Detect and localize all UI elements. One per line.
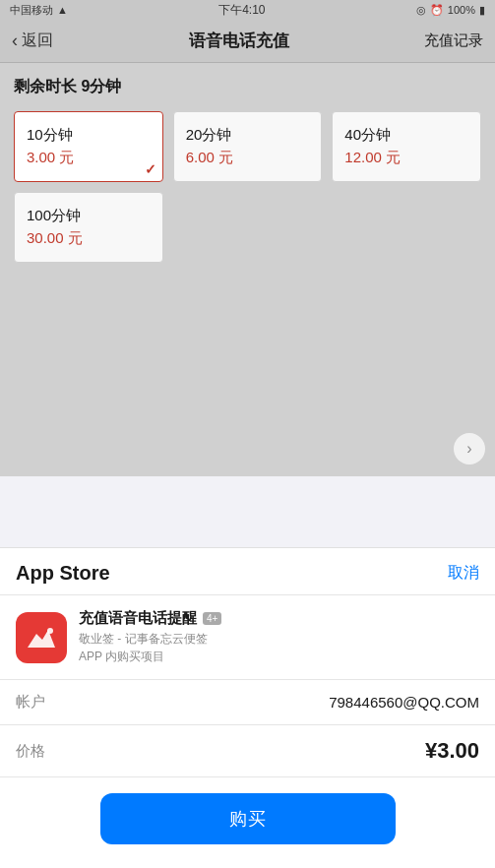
- next-button[interactable]: ›: [454, 433, 485, 465]
- buy-button[interactable]: 购买: [100, 793, 396, 844]
- package-minutes-100: 100分钟: [27, 207, 151, 225]
- package-price-40: 12.00 元: [344, 149, 468, 167]
- app-age-badge: 4+: [203, 612, 221, 625]
- status-right: ◎ ⏰ 100% ▮: [416, 4, 485, 17]
- account-row: 帐户 798446560@QQ.COM: [0, 680, 495, 725]
- alarm-icon: ⏰: [430, 4, 444, 17]
- location-icon: ◎: [416, 4, 426, 17]
- app-icon: [16, 612, 67, 663]
- package-price-20: 6.00 元: [186, 149, 310, 167]
- battery-label: 100%: [448, 4, 475, 16]
- account-value: 798446560@QQ.COM: [329, 694, 479, 711]
- package-item-40[interactable]: 40分钟 12.00 元: [332, 111, 481, 182]
- app-store-sheet: App Store 取消 充值语音电话提醒 4+ 敬业签 - 记事备忘云便签 A…: [0, 547, 495, 868]
- remaining-prefix: 剩余时长: [14, 78, 77, 94]
- price-label: 价格: [16, 742, 45, 761]
- buy-button-row: 购买: [0, 777, 495, 868]
- app-name-row: 充值语音电话提醒 4+: [79, 609, 479, 628]
- back-chevron-icon: ‹: [12, 31, 18, 51]
- app-sub-line2: APP 内购买项目: [79, 648, 479, 665]
- app-info-row: 充值语音电话提醒 4+ 敬业签 - 记事备忘云便签 APP 内购买项目: [0, 595, 495, 680]
- svg-point-1: [47, 628, 53, 634]
- nav-title: 语音电话充值: [189, 30, 289, 52]
- remaining-value: 9分钟: [81, 78, 121, 94]
- package-price-100: 30.00 元: [27, 229, 151, 248]
- package-minutes-40: 40分钟: [344, 126, 468, 145]
- chevron-right-icon: ›: [466, 440, 471, 458]
- package-price-10: 3.00 元: [27, 149, 151, 167]
- app-logo-icon: [24, 620, 59, 655]
- app-sub-line1: 敬业签 - 记事备忘云便签: [79, 630, 479, 648]
- main-area: 剩余时长 9分钟 10分钟 3.00 元 20分钟 6.00 元 40分钟 12…: [0, 63, 495, 476]
- wifi-icon: ▲: [57, 4, 68, 16]
- back-label: 返回: [22, 31, 53, 51]
- package-item-10[interactable]: 10分钟 3.00 元: [14, 111, 163, 182]
- package-item-100[interactable]: 100分钟 30.00 元: [14, 192, 163, 263]
- app-icon-inner: [16, 612, 67, 663]
- package-minutes-10: 10分钟: [27, 126, 151, 145]
- nav-right-button[interactable]: 充值记录: [424, 31, 483, 50]
- carrier-label: 中国移动: [10, 3, 53, 18]
- remaining-time: 剩余时长 9分钟: [14, 77, 481, 97]
- status-time: 下午4:10: [218, 2, 265, 19]
- price-row: 价格 ¥3.00: [0, 725, 495, 777]
- app-store-title: App Store: [16, 562, 110, 585]
- app-details: 充值语音电话提醒 4+ 敬业签 - 记事备忘云便签 APP 内购买项目: [79, 609, 479, 665]
- package-grid: 10分钟 3.00 元 20分钟 6.00 元 40分钟 12.00 元 100…: [14, 111, 481, 263]
- nav-bar: ‹ 返回 语音电话充值 充值记录: [0, 20, 495, 63]
- cancel-button[interactable]: 取消: [448, 563, 479, 584]
- app-name: 充值语音电话提醒: [79, 609, 197, 628]
- app-store-header: App Store 取消: [0, 548, 495, 595]
- price-value: ¥3.00: [425, 738, 479, 764]
- status-bar: 中国移动 ▲ 下午4:10 ◎ ⏰ 100% ▮: [0, 0, 495, 20]
- package-item-20[interactable]: 20分钟 6.00 元: [173, 111, 323, 182]
- battery-icon: ▮: [479, 4, 485, 17]
- back-button[interactable]: ‹ 返回: [12, 31, 53, 51]
- status-left: 中国移动 ▲: [10, 3, 68, 18]
- package-minutes-20: 20分钟: [186, 126, 310, 145]
- account-label: 帐户: [16, 693, 45, 712]
